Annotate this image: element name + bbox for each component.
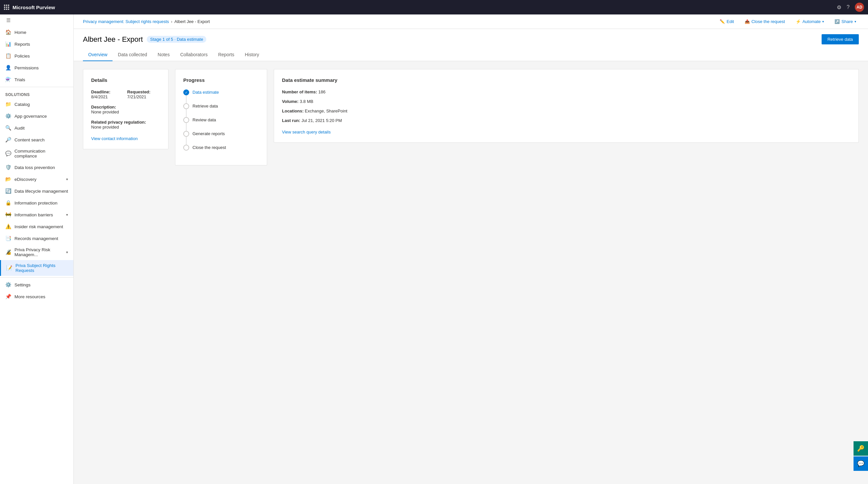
breadcrumb-current: Albert Jee - Export xyxy=(175,19,210,24)
step-indicator-generate xyxy=(183,131,189,145)
step-indicator-review xyxy=(183,117,189,131)
app-governance-icon: ⚙️ xyxy=(5,113,11,119)
sidebar-item-permissions[interactable]: 👤 Permissions xyxy=(0,62,73,74)
sidebar-label-app-governance: App governance xyxy=(14,114,47,119)
progress-steps: ✓ Data estimate Retrieve data xyxy=(183,90,259,157)
breadcrumb: Privacy management: Subject rights reque… xyxy=(74,14,868,29)
float-btn-top[interactable]: 🔑 xyxy=(854,441,868,456)
sidebar-item-communication-compliance[interactable]: 💬 Communication compliance xyxy=(0,146,73,161)
sidebar-item-information-barriers[interactable]: 🚧 Information barriers ▾ xyxy=(0,209,73,221)
step-circle-close xyxy=(183,145,189,151)
sidebar-item-policies[interactable]: 📋 Policies xyxy=(0,50,73,62)
breadcrumb-separator: › xyxy=(171,19,173,24)
retrieve-data-button[interactable]: Retrieve data xyxy=(822,34,859,44)
locations-row: Locations: Exchange, SharePoint xyxy=(282,108,850,114)
floating-buttons: 🔑 💬 xyxy=(854,441,868,471)
dlp-icon: 🛡️ xyxy=(5,164,11,170)
sidebar-item-priva-subject[interactable]: 📝 Priva Subject Rights Requests xyxy=(0,260,73,276)
sidebar-item-audit[interactable]: 🔍 Audit xyxy=(0,122,73,134)
tab-notes[interactable]: Notes xyxy=(152,49,175,61)
sidebar-label-audit: Audit xyxy=(14,126,25,131)
menu-icon: ☰ xyxy=(5,18,11,23)
requested-label: Requested: xyxy=(127,90,151,94)
waffle-icon[interactable] xyxy=(4,5,9,10)
view-contact-link[interactable]: View contact information xyxy=(91,136,160,141)
close-request-icon: 📤 xyxy=(745,19,750,24)
sidebar-item-priva-privacy[interactable]: 🔏 Priva Privacy Risk Managem... ▾ xyxy=(0,244,73,260)
settings-sidebar-icon: ⚙️ xyxy=(5,282,11,288)
priva-subject-icon: 📝 xyxy=(6,265,12,271)
sidebar-item-data-loss-prevention[interactable]: 🛡️ Data loss prevention xyxy=(0,161,73,173)
tab-reports[interactable]: Reports xyxy=(213,49,240,61)
sidebar-label-communication-compliance: Communication compliance xyxy=(14,149,68,159)
sidebar-label-more-resources: More resources xyxy=(14,294,45,299)
page-title-row: Albert Jee - Export Stage 1 of 5 · Data … xyxy=(83,35,206,44)
breadcrumb-parent-link[interactable]: Privacy management: Subject rights reque… xyxy=(83,19,169,24)
priva-privacy-icon: 🔏 xyxy=(5,249,11,255)
title-dash: - xyxy=(118,35,122,43)
step-label-retrieve: Retrieve data xyxy=(192,103,218,116)
sidebar-item-settings[interactable]: ⚙️ Settings xyxy=(0,279,73,291)
sidebar-item-content-search[interactable]: 🔎 Content search xyxy=(0,134,73,146)
items-row: Number of items: 186 xyxy=(282,90,850,94)
catalog-icon: 📁 xyxy=(5,101,11,107)
sidebar-label-policies: Policies xyxy=(14,54,30,59)
step-indicator-data-estimate: ✓ xyxy=(183,90,189,103)
step-circle-generate xyxy=(183,131,189,137)
items-value: 186 xyxy=(318,90,326,94)
details-card-title: Details xyxy=(91,77,160,83)
sidebar-item-information-protection[interactable]: 🔒 Information protection xyxy=(0,197,73,209)
sidebar-item-menu[interactable]: ☰ xyxy=(0,14,73,26)
sidebar-item-records-management[interactable]: 📑 Records management xyxy=(0,232,73,244)
locations-value: Exchange, SharePoint xyxy=(305,108,347,114)
content-search-icon: 🔎 xyxy=(5,137,11,143)
share-button[interactable]: ↗️ Share ▾ xyxy=(832,18,859,25)
float-top-icon: 🔑 xyxy=(857,445,864,452)
step-generate-reports: Generate reports xyxy=(183,131,259,145)
tab-data-collected[interactable]: Data collected xyxy=(113,49,152,61)
view-query-link[interactable]: View search query details xyxy=(282,130,850,134)
edit-button[interactable]: ✏️ Edit xyxy=(717,18,736,25)
close-request-button[interactable]: 📤 Close the request xyxy=(742,18,788,25)
items-label: Number of items: xyxy=(282,90,317,94)
automate-icon: ⚡ xyxy=(796,19,801,24)
automate-button[interactable]: ⚡ Automate ▾ xyxy=(793,18,827,25)
sidebar-item-app-governance[interactable]: ⚙️ App governance xyxy=(0,110,73,122)
help-icon[interactable]: ? xyxy=(847,4,849,10)
sidebar-item-home[interactable]: 🏠 Home xyxy=(0,26,73,38)
sidebar-label-records-management: Records management xyxy=(14,236,58,241)
tab-history[interactable]: History xyxy=(240,49,265,61)
sidebar-label-information-protection: Information protection xyxy=(14,200,58,205)
checkmark-icon: ✓ xyxy=(185,91,188,94)
sidebar-item-ediscovery[interactable]: 📂 eDiscovery ▾ xyxy=(0,173,73,185)
float-bottom-icon: 💬 xyxy=(857,460,864,467)
sidebar-item-insider-risk[interactable]: ⚠️ Insider risk management xyxy=(0,221,73,232)
tab-overview[interactable]: Overview xyxy=(83,49,113,61)
step-circle-review xyxy=(183,117,189,123)
regulation-row: Related privacy regulation: None provide… xyxy=(91,120,160,130)
sidebar-label-trials: Trials xyxy=(14,77,25,82)
sidebar-item-data-lifecycle[interactable]: 🔄 Data lifecycle management xyxy=(0,185,73,197)
step-line-1 xyxy=(186,95,187,103)
settings-icon[interactable]: ⚙ xyxy=(837,4,841,10)
float-btn-bottom[interactable]: 💬 xyxy=(854,456,868,471)
close-request-label: Close the request xyxy=(751,19,785,24)
breadcrumb-actions: ✏️ Edit 📤 Close the request ⚡ Automate ▾… xyxy=(717,18,859,25)
avatar[interactable]: AD xyxy=(855,3,864,12)
step-label-close: Close the request xyxy=(192,145,226,157)
sidebar-label-priva-subject: Priva Subject Rights Requests xyxy=(16,263,68,273)
step-label-generate: Generate reports xyxy=(192,131,225,143)
sidebar-label-information-barriers: Information barriers xyxy=(14,213,53,217)
sidebar-item-catalog[interactable]: 📁 Catalog xyxy=(0,98,73,110)
step-indicator-retrieve xyxy=(183,103,189,117)
summary-card: Data estimate summary Number of items: 1… xyxy=(274,69,859,143)
sidebar-label-dlp: Data loss prevention xyxy=(14,165,55,170)
sidebar-item-reports[interactable]: 📊 Reports xyxy=(0,38,73,50)
sidebar-item-trials[interactable]: ⚗️ Trials xyxy=(0,74,73,86)
sidebar-item-more-resources[interactable]: 📌 More resources xyxy=(0,291,73,302)
main-layout: ☰ 🏠 Home 📊 Reports 📋 Policies 👤 Permissi… xyxy=(0,14,868,484)
tab-collaborators[interactable]: Collaborators xyxy=(175,49,213,61)
sidebar-label-catalog: Catalog xyxy=(14,102,30,107)
lastrun-value: Jul 21, 2021 5:20 PM xyxy=(301,118,342,123)
sidebar-divider xyxy=(0,87,73,87)
